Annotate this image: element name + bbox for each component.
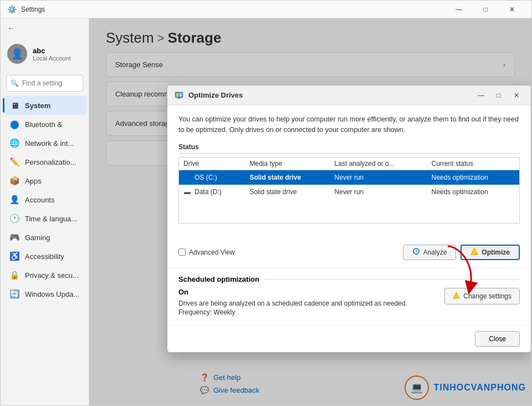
- sidebar-item-label-windows-update: Windows Upda...: [25, 290, 79, 298]
- app-body: ← 👤 abc Local Account 🔍 🖥: [1, 18, 531, 405]
- settings-app-icon: ⚙️: [7, 5, 17, 14]
- optimize-label: Optimize: [482, 248, 510, 256]
- sidebar-item-label-apps: Apps: [25, 177, 42, 185]
- dialog-maximize-button[interactable]: □: [491, 89, 507, 102]
- svg-text:⚡: ⚡: [473, 250, 478, 255]
- user-profile: 👤 abc Local Account: [1, 35, 89, 73]
- sidebar-item-label-gaming: Gaming: [25, 234, 50, 242]
- search-box: 🔍: [6, 75, 83, 92]
- data-last-analyzed: Never run: [330, 185, 427, 199]
- network-icon: 🌐: [9, 138, 19, 148]
- settings-window: ⚙️ Settings — □ ✕ ← 👤 abc Local Account: [0, 0, 532, 406]
- drives-table: Drive Media type Last analyzed or o... C…: [179, 158, 519, 199]
- accounts-icon: 👤: [9, 195, 19, 205]
- analyze-label: Analyze: [423, 248, 447, 256]
- optimize-icon: ⚡: [470, 247, 478, 257]
- minimize-button[interactable]: —: [446, 1, 472, 18]
- sidebar-item-label-bluetooth: Bluetooth &: [25, 120, 62, 129]
- table-row-os[interactable]: 🖥 OS (C:) Solid state drive Never run Ne…: [179, 170, 519, 185]
- os-last-analyzed: Never run: [330, 170, 427, 185]
- scheduled-title: Scheduled optimization: [178, 275, 259, 283]
- sidebar-item-time[interactable]: 🕐 Time & langua...: [3, 209, 86, 228]
- search-icon: 🔍: [11, 79, 19, 87]
- optimize-button[interactable]: ⚡ Optimize: [461, 245, 520, 260]
- scheduled-description: Drives are being analyzed on a scheduled…: [178, 298, 444, 308]
- back-button[interactable]: ←: [1, 18, 89, 35]
- dialog-title-text: Optimize Drives: [188, 91, 243, 99]
- system-icon: 🖥: [9, 100, 19, 110]
- time-icon: 🕐: [9, 214, 19, 224]
- back-icon: ←: [7, 24, 15, 33]
- user-name: abc: [33, 47, 71, 55]
- sidebar-item-bluetooth[interactable]: ⬤ Bluetooth &: [3, 115, 86, 134]
- os-drive-icon: 🖥: [183, 174, 191, 181]
- dialog-overlay: Optimize Drives — □ ✕ You can optimize y…: [89, 18, 531, 405]
- accessibility-icon: ♿: [9, 251, 19, 261]
- dialog-footer: Advanced View Analyze: [167, 240, 531, 268]
- sidebar-item-gaming[interactable]: 🎮 Gaming: [3, 228, 86, 247]
- nav-list: 🖥 System ⬤ Bluetooth & 🌐 Network & int..…: [1, 96, 89, 303]
- avatar: 👤: [7, 44, 27, 64]
- main-content: System > Storage Storage Sense › Cleanup…: [89, 18, 531, 405]
- personalization-icon: ✏️: [9, 157, 19, 167]
- dialog-description: You can optimize your drives to help you…: [178, 114, 520, 135]
- svg-rect-2: [180, 93, 182, 97]
- title-bar-controls: — □ ✕: [446, 1, 525, 18]
- sidebar-item-accessibility[interactable]: ♿ Accessibility: [3, 247, 86, 266]
- table-row-data[interactable]: ▬ Data (D:) Solid state drive Never run …: [179, 185, 519, 199]
- close-button[interactable]: ✕: [499, 1, 525, 18]
- sidebar-item-windows-update[interactable]: 🔄 Windows Upda...: [3, 285, 86, 303]
- analyze-icon: [412, 247, 420, 257]
- dialog-controls: — □ ✕: [473, 89, 524, 102]
- scheduled-header: Scheduled optimization: [178, 275, 520, 283]
- maximize-button[interactable]: □: [473, 1, 498, 18]
- title-bar-title: Settings: [21, 6, 45, 13]
- dialog-body: You can optimize your drives to help you…: [167, 105, 531, 240]
- sidebar-item-label-time: Time & langua...: [25, 215, 77, 223]
- analyze-button[interactable]: Analyze: [403, 245, 457, 260]
- title-bar: ⚙️ Settings — □ ✕: [1, 1, 531, 18]
- svg-rect-3: [177, 98, 181, 99]
- change-settings-label: Change settings: [463, 292, 511, 300]
- privacy-icon: 🔒: [9, 270, 19, 280]
- gaming-icon: 🎮: [9, 232, 19, 242]
- windows-update-icon: 🔄: [9, 289, 19, 299]
- scheduled-body: On Drives are being analyzed on a schedu…: [178, 288, 520, 316]
- drive-name-os: 🖥 OS (C:): [179, 170, 245, 185]
- advanced-view-checkbox[interactable]: [178, 248, 186, 256]
- title-bar-left: ⚙️ Settings: [7, 5, 45, 14]
- avatar-icon: 👤: [11, 48, 23, 60]
- col-current-status: Current status: [427, 158, 519, 170]
- sidebar-item-label-personalization: Personalizatio...: [25, 158, 76, 166]
- data-current-status: Needs optimization: [427, 185, 519, 199]
- change-settings-button[interactable]: Change settings: [444, 288, 520, 304]
- advanced-view-text: Advanced View: [189, 248, 235, 256]
- sidebar-item-apps[interactable]: 📦 Apps: [3, 171, 86, 190]
- sidebar-item-network[interactable]: 🌐 Network & int...: [3, 134, 86, 153]
- sidebar-item-privacy[interactable]: 🔒 Privacy & secu...: [3, 266, 86, 285]
- sidebar-item-accounts[interactable]: 👤 Accounts: [3, 190, 86, 209]
- data-drive-label: Data (D:): [195, 188, 222, 196]
- close-dialog-button[interactable]: Close: [475, 331, 520, 347]
- dialog-close-button[interactable]: ✕: [509, 89, 524, 102]
- dialog-minimize-button[interactable]: —: [473, 89, 489, 102]
- scheduled-header-line: [265, 279, 520, 280]
- scheduled-section: Scheduled optimization On Drives are bei…: [167, 268, 531, 325]
- dialog-title-left: Optimize Drives: [174, 90, 243, 100]
- advanced-view-label[interactable]: Advanced View: [178, 248, 398, 256]
- drives-table-container: Drive Media type Last analyzed or o... C…: [178, 157, 520, 224]
- os-current-status: Needs optimization: [427, 170, 519, 185]
- data-drive-icon: ▬: [183, 188, 191, 196]
- sidebar-item-label-accounts: Accounts: [25, 196, 54, 204]
- scheduled-info: On Drives are being analyzed on a schedu…: [178, 288, 444, 316]
- optimize-drives-dialog: Optimize Drives — □ ✕ You can optimize y…: [167, 85, 531, 353]
- sidebar: ← 👤 abc Local Account 🔍 🖥: [1, 18, 89, 405]
- svg-rect-1: [176, 93, 178, 97]
- sidebar-item-personalization[interactable]: ✏️ Personalizatio...: [3, 153, 86, 171]
- bluetooth-icon: ⬤: [9, 119, 19, 129]
- scheduled-frequency: Frequency: Weekly: [178, 308, 444, 316]
- scheduled-status: On: [178, 288, 444, 296]
- sidebar-item-system[interactable]: 🖥 System: [3, 96, 86, 115]
- dialog-title-bar: Optimize Drives — □ ✕: [167, 85, 531, 105]
- col-media-type: Media type: [245, 158, 330, 170]
